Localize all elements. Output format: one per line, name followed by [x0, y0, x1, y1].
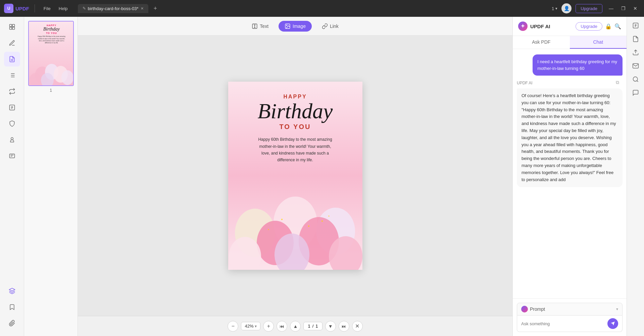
add-tab-button[interactable]: + — [154, 5, 157, 12]
thumbnail-desc: Happy 60th Birthday to the most amazing … — [37, 36, 67, 44]
thumbnail-birthday: Birthday — [37, 27, 67, 32]
topbar: U UPDF File Help ✎ birthday-card-for-bos… — [0, 0, 644, 17]
file-menu[interactable]: File — [40, 5, 54, 12]
prev-page-button[interactable]: ▲ — [290, 321, 301, 332]
close-button[interactable]: ✕ — [631, 4, 640, 13]
help-menu[interactable]: Help — [55, 5, 71, 12]
ai-star-icon — [520, 24, 526, 29]
zoom-display: 42% ▾ — [241, 322, 260, 330]
svg-point-20 — [61, 70, 73, 85]
prompt-selector[interactable]: Prompt ▾ — [517, 303, 623, 316]
page-indicator: 1 ▾ — [552, 6, 557, 11]
ai-search-icon[interactable]: 🔍 — [614, 23, 621, 30]
send-icon — [610, 321, 615, 326]
svg-rect-0 — [9, 25, 12, 27]
svg-point-13 — [11, 137, 13, 140]
page-chevron-icon[interactable]: ▾ — [555, 6, 557, 11]
ai-header-right: Upgrade 🔒 🔍 — [576, 22, 621, 31]
document-tab[interactable]: ✎ birthday-card-for-boss-03* ✕ — [78, 4, 148, 13]
panel-chat-icon[interactable] — [630, 87, 642, 99]
document-content: HAPPY Birthday TO YOU Happy 60th Birthda… — [228, 82, 362, 164]
sidebar-item-home[interactable] — [4, 19, 20, 34]
svg-point-34 — [308, 225, 309, 227]
maximize-button[interactable]: ❐ — [618, 4, 628, 13]
sidebar-item-bookmarks[interactable] — [4, 300, 20, 314]
svg-point-40 — [633, 77, 637, 81]
ai-response-container: UPDF AI ⧉ Of course! Here's a heartfelt … — [517, 80, 623, 187]
app-logo: U UPDF — [4, 4, 29, 13]
app-logo-icon: U — [4, 4, 13, 13]
close-nav-button[interactable]: ✕ — [352, 321, 363, 332]
topbar-menu: File Help — [40, 5, 71, 12]
prompt-label-text: Prompt — [530, 306, 545, 312]
minimize-button[interactable]: — — [606, 4, 616, 13]
sidebar-item-stamp[interactable] — [4, 132, 20, 147]
sidebar-item-edit[interactable] — [4, 36, 20, 50]
panel-compress-icon[interactable] — [630, 73, 642, 85]
first-page-button[interactable]: ⏮ — [277, 321, 287, 332]
thumbnail-wrapper[interactable]: HAPPY Birthday TO YOU Happy 60th Birthda… — [28, 21, 74, 86]
svg-point-35 — [328, 216, 329, 217]
ai-lock-icon[interactable]: 🔒 — [605, 23, 612, 30]
link-tool-button[interactable]: Link — [316, 21, 345, 32]
ask-input[interactable] — [521, 321, 605, 326]
text-tool-icon — [252, 23, 258, 29]
bottom-bar: − 42% ▾ + ⏮ ▲ 1 / 1 ▼ ⏭ ✕ — [78, 316, 512, 336]
panel-right — [627, 17, 644, 336]
tab-close-button[interactable]: ✕ — [141, 6, 144, 11]
prompt-icon — [521, 306, 528, 312]
zoom-in-button[interactable]: + — [263, 321, 274, 332]
zoom-dropdown-button[interactable]: ▾ — [255, 324, 257, 329]
document-birthday-text: Birthday — [228, 100, 362, 122]
panel-ocr-icon[interactable] — [630, 19, 642, 32]
ai-panel-title: UPDF AI — [530, 24, 550, 29]
panel-email-icon[interactable] — [630, 60, 642, 72]
document-toyou-text: TO YOU — [228, 123, 362, 131]
document-viewport[interactable]: HAPPY Birthday TO YOU Happy 60th Birthda… — [78, 36, 512, 316]
send-button[interactable] — [607, 318, 618, 329]
thumbnail-panel: HAPPY Birthday TO YOU Happy 60th Birthda… — [24, 17, 78, 336]
sidebar-item-attachments[interactable] — [4, 316, 20, 331]
ai-panel-header: UPDF AI Upgrade 🔒 🔍 — [513, 17, 627, 36]
svg-point-37 — [321, 220, 323, 222]
sidebar-item-forms[interactable] — [4, 149, 20, 163]
tab-ask-pdf[interactable]: Ask PDF — [513, 36, 570, 49]
page-current: 1 — [308, 324, 310, 329]
page-display: 1 / 1 — [303, 322, 322, 330]
svg-rect-3 — [12, 27, 14, 30]
ai-upgrade-button[interactable]: Upgrade — [576, 22, 602, 31]
sidebar-item-ocr[interactable] — [4, 100, 20, 115]
sidebar-item-protect[interactable] — [4, 116, 20, 131]
last-page-button[interactable]: ⏭ — [339, 321, 349, 332]
sidebar-item-organize[interactable] — [4, 68, 20, 83]
sidebar-item-annotate[interactable] — [4, 52, 20, 67]
zoom-out-button[interactable]: − — [228, 321, 238, 332]
thumbnail-page-number: 1 — [50, 88, 52, 93]
sidebar-item-layers[interactable] — [4, 284, 20, 298]
svg-marker-15 — [9, 288, 15, 291]
user-message-bubble: I need a heartfelt birthday greeting for… — [533, 54, 623, 76]
main-layout: HAPPY Birthday TO YOU Happy 60th Birthda… — [0, 17, 644, 336]
ask-input-row — [517, 316, 623, 332]
next-page-button[interactable]: ▼ — [325, 321, 336, 332]
thumbnail-happy: HAPPY — [37, 24, 67, 27]
content-area: Text Image Link HAPPY Birthday TO YOU Ha… — [78, 17, 512, 336]
text-tool-button[interactable]: Text — [246, 21, 275, 32]
svg-line-41 — [637, 81, 638, 82]
ai-logo: UPDF AI — [518, 22, 550, 31]
svg-rect-1 — [12, 25, 14, 27]
image-tool-button[interactable]: Image — [279, 21, 312, 32]
tab-chat[interactable]: Chat — [570, 36, 627, 49]
image-tool-icon — [285, 23, 291, 29]
link-tool-label: Link — [330, 24, 339, 29]
ai-copy-button[interactable]: ⧉ — [616, 80, 623, 86]
ai-logo-icon — [518, 22, 528, 31]
thumbnail-text-area: HAPPY Birthday TO YOU Happy 60th Birthda… — [37, 24, 67, 44]
panel-convert-icon[interactable] — [630, 33, 642, 45]
document-message: Happy 60th Birthday to the most amazing … — [255, 136, 336, 164]
upgrade-button-top[interactable]: Upgrade — [576, 4, 602, 13]
thumbnail-card: HAPPY Birthday TO YOU Happy 60th Birthda… — [29, 22, 74, 85]
panel-export-icon[interactable] — [630, 46, 642, 58]
sidebar-item-convert[interactable] — [4, 84, 20, 99]
document-balloons-svg — [228, 156, 362, 270]
